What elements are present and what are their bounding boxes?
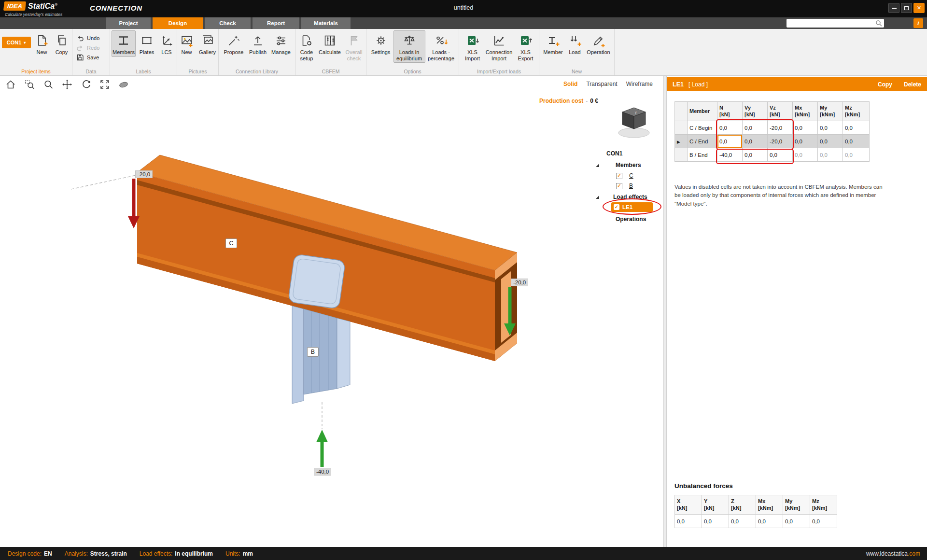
loads-percentage-button[interactable]: Loads - percentage: [426, 30, 456, 63]
close-button[interactable]: ✕: [913, 3, 925, 13]
rotate-button[interactable]: [79, 78, 92, 91]
gallery-button[interactable]: Gallery: [197, 30, 218, 57]
application-window: IDEA StatiCa® Calculate yesterday's esti…: [0, 0, 927, 560]
new-picture-button[interactable]: New: [178, 30, 196, 57]
cell-member[interactable]: C / End: [688, 135, 717, 148]
website-link[interactable]: www.ideastatica.com: [866, 550, 920, 557]
lcs-labels-button[interactable]: LCS: [158, 30, 175, 57]
maximize-button[interactable]: [901, 3, 912, 13]
cell-vy[interactable]: 0,0: [743, 121, 768, 135]
cell-vz[interactable]: -20,0: [768, 121, 793, 135]
cell-n-active[interactable]: 0,0: [717, 135, 743, 148]
cell-vz[interactable]: 0,0: [768, 148, 793, 162]
cell-my[interactable]: 0,0: [818, 121, 843, 135]
search-input[interactable]: [787, 20, 875, 26]
tab-materials[interactable]: Materials: [301, 17, 351, 29]
xls-export-button[interactable]: XLS Export: [515, 30, 536, 63]
tab-check[interactable]: Check: [205, 17, 251, 29]
load-table-wrap: Member N[kN] Vy[kN] Vz[kN] Mx[kNm] My[kN…: [674, 101, 870, 162]
3d-viewport[interactable]: Solid Transparent Wireframe Production c…: [0, 76, 663, 547]
cell-vy[interactable]: 0,0: [743, 148, 768, 162]
mode-wireframe[interactable]: Wireframe: [626, 81, 653, 87]
calculate-button[interactable]: Calculate: [318, 30, 341, 57]
home-view-button[interactable]: [4, 78, 17, 91]
tree-item-member-c[interactable]: ✓ C: [590, 171, 663, 181]
redo-button[interactable]: Redo: [76, 43, 110, 52]
search-box[interactable]: [787, 19, 884, 28]
copy-load-button[interactable]: Copy: [878, 81, 892, 88]
plates-labels-button[interactable]: Plates: [137, 30, 157, 57]
3d-scene[interactable]: [0, 76, 663, 547]
navigation-cube[interactable]: y: [614, 103, 654, 141]
row-selector[interactable]: ▶: [675, 135, 688, 148]
con1-selector[interactable]: CON1 ▾: [2, 37, 31, 48]
cell-mz[interactable]: 0,0: [843, 135, 870, 148]
xls-import-button[interactable]: XLS Import: [462, 30, 483, 63]
tab-project[interactable]: Project: [106, 17, 151, 29]
info-button[interactable]: i: [913, 18, 923, 28]
expand-triangle-icon[interactable]: [596, 164, 599, 167]
cell-my[interactable]: 0,0: [818, 135, 843, 148]
cell-member[interactable]: B / End: [688, 148, 717, 162]
tab-design[interactable]: Design: [153, 17, 203, 29]
zoom-fit-button[interactable]: [98, 78, 111, 91]
tree-item-member-b[interactable]: ✓ B: [590, 181, 663, 191]
tree-root-con1[interactable]: CON1: [590, 149, 663, 158]
cell-mx[interactable]: 0,0: [793, 135, 818, 148]
zoom-button[interactable]: [42, 78, 55, 91]
panel-divider[interactable]: [663, 76, 667, 547]
col-header-n: N[kN]: [717, 102, 743, 121]
save-button[interactable]: Save: [76, 53, 110, 62]
connection-import-button[interactable]: Connection Import: [484, 30, 515, 63]
cell-vz[interactable]: -20,0: [768, 135, 793, 148]
new-operation-button[interactable]: Operation: [586, 30, 612, 57]
member-b-column[interactable]: [288, 254, 350, 404]
mode-transparent[interactable]: Transparent: [586, 81, 617, 87]
manage-button[interactable]: Manage: [270, 30, 292, 57]
mode-solid[interactable]: Solid: [563, 81, 577, 87]
copy-icon: [55, 33, 69, 48]
new-project-item-button[interactable]: New: [33, 30, 51, 57]
row-selector[interactable]: [675, 121, 688, 135]
unbalanced-forces-table: X[kN] Y[kN] Z[kN] Mx[kNm] My[kNm] Mz[kNm…: [674, 495, 837, 528]
pan-button[interactable]: [60, 78, 73, 91]
propose-button[interactable]: Propose: [222, 30, 246, 57]
cell-n[interactable]: -40,0: [717, 148, 743, 162]
new-load-button[interactable]: Load: [565, 30, 585, 57]
cell-n[interactable]: 0,0: [717, 121, 743, 135]
minimize-button[interactable]: [888, 3, 899, 13]
checkbox-member-c[interactable]: ✓: [616, 173, 622, 179]
group-label-labels: Labels: [110, 69, 177, 74]
checkbox-le1[interactable]: ✓: [614, 204, 619, 210]
copy-project-item-button[interactable]: Copy: [52, 30, 71, 57]
col-header-vz: Vz[kN]: [768, 102, 793, 121]
zoom-window-button[interactable]: [23, 78, 36, 91]
tree-node-load-effects[interactable]: Load effects: [590, 192, 663, 202]
tree-node-operations[interactable]: Operations: [590, 214, 663, 224]
load-value-label-bottom: -40,0: [314, 468, 331, 476]
loads-in-equilibrium-button[interactable]: Loads in equilibrium: [393, 30, 425, 63]
members-labels-button[interactable]: Members: [112, 30, 136, 57]
close-icon: ✕: [917, 5, 921, 11]
delete-load-button[interactable]: Delete: [904, 81, 921, 88]
load-arrow-bottom: [316, 430, 328, 467]
code-setup-button[interactable]: Code setup: [295, 30, 318, 63]
tree-item-le1[interactable]: ✓ LE1: [611, 202, 653, 212]
overall-check-button[interactable]: Overall check: [342, 30, 366, 63]
undo-button[interactable]: Undo: [76, 34, 110, 42]
settings-button[interactable]: Settings: [369, 30, 393, 57]
tab-report[interactable]: Report: [253, 17, 299, 29]
cell-mx[interactable]: 0,0: [793, 121, 818, 135]
cell-member[interactable]: C / Begin: [688, 121, 717, 135]
tree-node-members[interactable]: Members: [590, 160, 663, 170]
clipping-plane-button[interactable]: [117, 78, 130, 91]
cell-vy[interactable]: 0,0: [743, 135, 768, 148]
checkbox-member-b[interactable]: ✓: [616, 183, 622, 189]
publish-button[interactable]: Publish: [247, 30, 269, 57]
expand-triangle-icon[interactable]: [596, 196, 599, 199]
row-selector[interactable]: [675, 148, 688, 162]
search-icon[interactable]: [875, 20, 882, 27]
group-label-cbfem: CBFEM: [295, 69, 366, 74]
cell-mz[interactable]: 0,0: [843, 121, 870, 135]
new-member-button[interactable]: Member: [542, 30, 564, 57]
